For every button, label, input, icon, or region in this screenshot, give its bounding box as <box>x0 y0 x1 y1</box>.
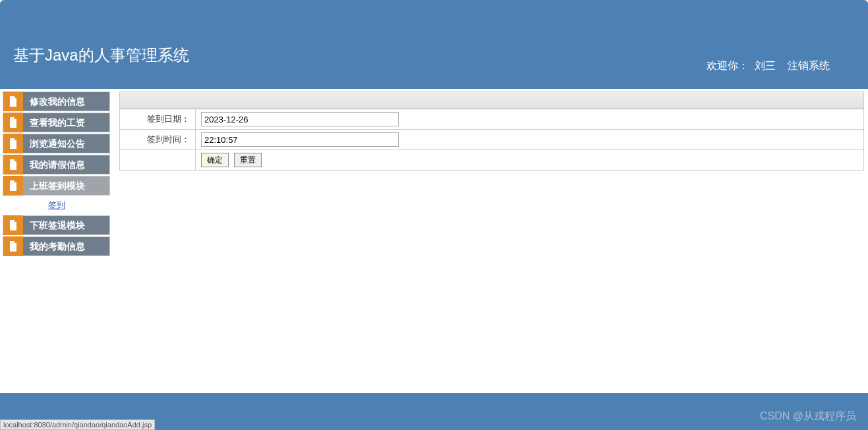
document-icon <box>3 215 23 235</box>
svg-rect-9 <box>11 163 15 164</box>
confirm-button[interactable]: 确定 <box>201 153 229 167</box>
sidebar-item-checkin[interactable]: 上班签到模块 <box>3 176 110 196</box>
svg-rect-19 <box>11 247 15 248</box>
svg-rect-18 <box>11 245 15 246</box>
sidebar-item-leave[interactable]: 我的请假信息 <box>3 155 110 175</box>
status-bar-url: localhost:8080/admin/qiandao/qiandaoAdd.… <box>0 419 155 430</box>
sidebar-item-label: 修改我的信息 <box>30 92 85 111</box>
reset-button[interactable]: 重置 <box>234 153 262 167</box>
main-content: 签到日期： 签到时间： 确定 重置 <box>119 92 864 257</box>
time-label: 签到时间： <box>120 130 196 150</box>
sidebar-item-label: 浏览通知公告 <box>30 134 85 153</box>
sidebar-item-editinfo[interactable]: 修改我的信息 <box>3 92 110 111</box>
svg-rect-4 <box>11 123 15 124</box>
svg-rect-1 <box>11 102 15 103</box>
svg-rect-5 <box>11 125 15 126</box>
svg-rect-2 <box>11 104 15 105</box>
svg-rect-12 <box>11 184 15 185</box>
document-icon <box>3 176 23 196</box>
document-icon <box>3 236 23 256</box>
svg-rect-7 <box>11 144 15 145</box>
document-icon <box>3 113 23 132</box>
sidebar-item-label: 下班签退模块 <box>30 215 85 235</box>
panel-header <box>119 92 864 109</box>
time-input[interactable] <box>201 132 399 147</box>
sidebar-item-label: 上班签到模块 <box>30 176 85 196</box>
sidebar-item-salary[interactable]: 查看我的工资 <box>3 113 110 132</box>
sidebar-item-notice[interactable]: 浏览通知公告 <box>3 134 110 153</box>
svg-rect-17 <box>11 228 15 228</box>
welcome-label: 欢迎你： <box>707 60 749 71</box>
svg-rect-6 <box>11 142 15 143</box>
sidebar-item-attendance[interactable]: 我的考勤信息 <box>3 236 110 256</box>
svg-rect-15 <box>11 224 15 225</box>
document-icon <box>3 92 23 111</box>
svg-rect-20 <box>11 249 15 250</box>
document-icon <box>3 155 23 175</box>
sidebar-item-label: 我的考勤信息 <box>30 236 85 256</box>
app-header: 基于Java的人事管理系统 欢迎你： 刘三 注销系统 <box>0 0 868 89</box>
logout-link[interactable]: 注销系统 <box>788 60 830 71</box>
sidebar-item-label: 我的请假信息 <box>30 155 85 175</box>
header-userinfo: 欢迎你： 刘三 注销系统 <box>707 59 830 73</box>
svg-rect-11 <box>11 167 15 168</box>
date-input[interactable] <box>201 112 399 126</box>
sidebar-item-label: 查看我的工资 <box>30 113 85 132</box>
watermark-text: CSDN @从戎程序员 <box>760 410 856 423</box>
svg-rect-10 <box>11 165 15 166</box>
sidebar-sublink-checkin[interactable]: 签到 <box>3 197 110 215</box>
svg-rect-8 <box>11 146 15 147</box>
sidebar: 修改我的信息 查看我的工资 浏览通知公告 我的请假信息 上班签到模块 <box>3 92 110 257</box>
checkin-form: 签到日期： 签到时间： 确定 重置 <box>119 109 864 171</box>
svg-rect-3 <box>11 121 15 122</box>
sidebar-item-checkout[interactable]: 下班签退模块 <box>3 215 110 235</box>
svg-rect-13 <box>11 186 15 187</box>
document-icon <box>3 134 23 153</box>
date-label: 签到日期： <box>120 109 196 130</box>
svg-rect-0 <box>11 100 15 101</box>
svg-rect-16 <box>11 226 15 227</box>
username-label: 刘三 <box>755 60 776 71</box>
svg-rect-14 <box>11 188 15 189</box>
app-title: 基于Java的人事管理系统 <box>13 45 189 66</box>
